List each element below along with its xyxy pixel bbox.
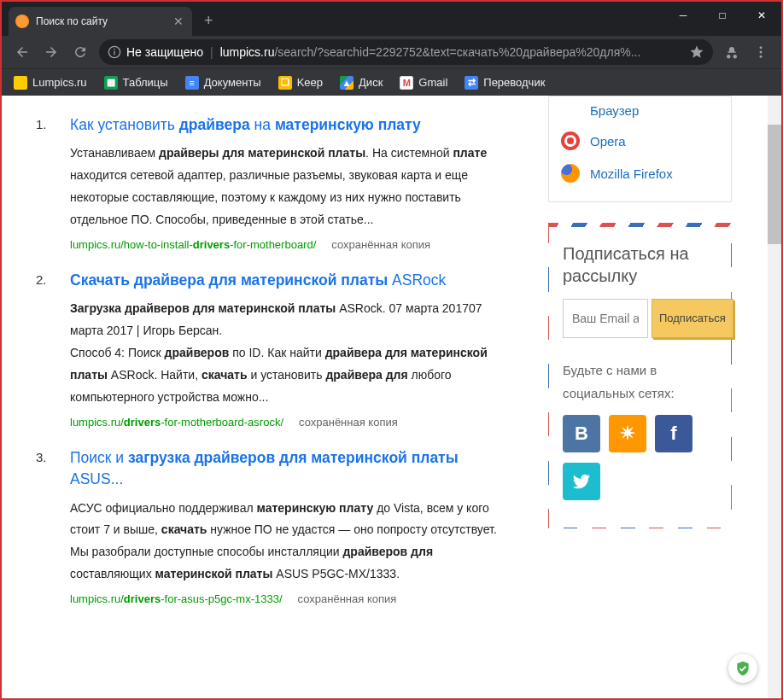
reload-button[interactable] <box>67 38 94 66</box>
subscribe-card: Подписаться на рассылку Подписаться Будь… <box>548 223 732 528</box>
search-result: 3.Поиск и загрузка драйверов для материн… <box>36 447 540 605</box>
svg-point-5 <box>760 55 763 58</box>
bookmark-item[interactable]: ⇄Переводчик <box>458 73 552 93</box>
address-bar[interactable]: Не защищено | lumpics.ru/search/?searchi… <box>99 39 713 65</box>
back-button[interactable] <box>9 38 36 66</box>
bookmark-label: Документы <box>204 76 261 89</box>
result-title-link[interactable]: Скачать драйвера для материнской платы A… <box>70 270 514 291</box>
security-text: Не защищено <box>126 45 203 59</box>
browser-link-top[interactable]: Браузер <box>561 96 719 125</box>
subscribe-button[interactable]: Подписаться <box>652 299 733 338</box>
toolbar: Не защищено | lumpics.ru/search/?searchi… <box>2 36 781 68</box>
scrollbar-thumb[interactable] <box>768 125 781 244</box>
svg-point-4 <box>760 51 763 54</box>
bookmark-item[interactable]: Lumpics.ru <box>7 73 94 93</box>
ok-icon[interactable]: ✴ <box>609 415 646 452</box>
result-title-link[interactable]: Как установить драйвера на материнскую п… <box>70 114 514 136</box>
svg-point-3 <box>760 46 763 49</box>
bookmark-bar: Lumpics.ru▦Таблицы≡Документы❏Keep▲ДискMG… <box>2 68 781 96</box>
cached-link[interactable]: сохранённая копия <box>299 416 398 429</box>
svg-rect-1 <box>114 51 114 55</box>
bookmark-item[interactable]: ❏Keep <box>272 73 330 93</box>
result-snippet: АСУС официально поддерживал материнскую … <box>70 498 514 586</box>
sidebar: Браузер OperaMozilla Firefox Подписаться… <box>548 96 732 698</box>
window-controls: ─ □ ✕ <box>663 2 781 29</box>
star-icon[interactable] <box>689 44 704 60</box>
menu-button[interactable] <box>747 38 774 66</box>
bookmark-label: Таблицы <box>123 76 168 89</box>
bookmark-label: Переводчик <box>483 76 545 89</box>
browser-label: Mozilla Firefox <box>590 166 673 181</box>
browser-tab[interactable]: Поиск по сайту ✕ <box>9 7 192 36</box>
bookmark-label: Gmail <box>418 76 447 89</box>
facebook-icon[interactable]: f <box>655 415 692 452</box>
bookmark-label: Keep <box>297 76 323 89</box>
minimize-button[interactable]: ─ <box>663 2 703 29</box>
info-icon <box>108 45 121 59</box>
result-title-link[interactable]: Поиск и загрузка драйверов для материнск… <box>70 447 514 491</box>
search-result: 1.Как установить драйвера на материнскую… <box>36 114 540 251</box>
cached-link[interactable]: сохранённая копия <box>298 592 397 605</box>
result-snippet: Устанавливаем драйверы для материнской п… <box>70 143 514 231</box>
result-number: 1. <box>36 114 70 251</box>
tab-title: Поиск по сайту <box>36 15 165 27</box>
browser-top-label: Браузер <box>590 103 639 118</box>
social-label: Будьте с нами в социальных сетях: <box>563 359 717 405</box>
shield-badge-icon[interactable] <box>728 654 757 683</box>
maximize-button[interactable]: □ <box>703 2 742 29</box>
cached-link[interactable]: сохранённая копия <box>331 238 430 251</box>
favicon-icon <box>15 15 29 28</box>
browser-label: Opera <box>590 134 626 149</box>
page-content: 1.Как установить драйвера на материнскую… <box>2 96 781 698</box>
result-number: 2. <box>36 270 70 429</box>
bookmark-item[interactable]: ≡Документы <box>178 73 268 93</box>
incognito-icon[interactable] <box>718 38 745 66</box>
bookmark-label: Lumpics.ru <box>32 76 87 89</box>
search-results: 1.Как установить драйвера на материнскую… <box>2 96 540 698</box>
result-url[interactable]: lumpics.ru/drivers-for-motherboard-asroc… <box>70 416 283 429</box>
svg-rect-2 <box>114 49 114 50</box>
bookmark-label: Диск <box>359 76 383 89</box>
result-url[interactable]: lumpics.ru/drivers-for-asus-p5gc-mx-1333… <box>70 592 283 605</box>
result-url[interactable]: lumpics.ru/how-to-install-drivers-for-mo… <box>70 238 316 251</box>
bookmark-item[interactable]: MGmail <box>393 73 454 93</box>
bookmark-item[interactable]: ▲Диск <box>333 73 389 93</box>
forward-button[interactable] <box>38 38 65 66</box>
result-snippet: Загрузка драйверов для материнской платы… <box>70 298 514 408</box>
bookmark-item[interactable]: ▦Таблицы <box>97 73 175 93</box>
url-text: lumpics.ru/search/?searchid=2292752&text… <box>220 45 682 59</box>
browser-link[interactable]: Opera <box>561 125 719 157</box>
search-result: 2.Скачать драйвера для материнской платы… <box>36 270 540 429</box>
browser-link[interactable]: Mozilla Firefox <box>561 157 719 190</box>
vk-icon[interactable]: B <box>563 415 600 452</box>
security-status: Не защищено <box>108 45 203 59</box>
close-button[interactable]: ✕ <box>742 2 781 29</box>
browser-card: Браузер OperaMozilla Firefox <box>548 96 732 202</box>
result-number: 3. <box>36 447 70 605</box>
subscribe-title: Подписаться на рассылку <box>563 242 717 287</box>
new-tab-button[interactable]: + <box>192 12 225 30</box>
email-input[interactable] <box>563 299 648 338</box>
titlebar: Поиск по сайту ✕ + ─ □ ✕ <box>2 2 781 36</box>
twitter-icon[interactable] <box>563 463 600 500</box>
close-tab-icon[interactable]: ✕ <box>172 13 185 30</box>
